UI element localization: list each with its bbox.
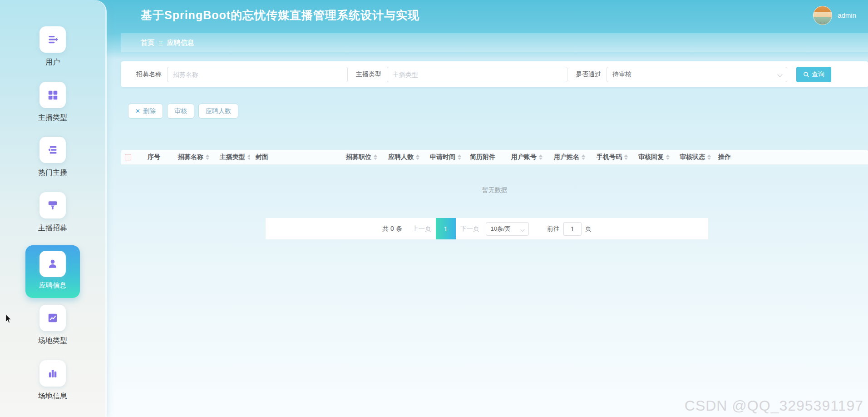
current-page-button[interactable]: 1 [436,218,456,239]
pagination: 共 0 条 上一页 1 下一页 10条/页 前往 页 [266,218,708,239]
page-unit-label: 页 [585,225,592,233]
sidebar-item-hot-anchors[interactable]: 热门主播 [0,137,105,178]
sidebar: 用户 主播类型 热门主播 主 [0,0,105,417]
column-header-resume: 简历附件 [464,150,506,164]
toolbar: ✕ 删除 审核 应聘人数 [128,104,238,119]
sort-icon[interactable] [707,154,711,160]
prev-page-button[interactable]: 上一页 [412,225,431,233]
pass-status-select[interactable]: 待审核 [607,67,787,82]
user-list-icon [39,26,66,53]
sort-icon[interactable] [666,154,670,160]
pass-status-value: 待审核 [612,70,631,79]
column-header-account: 用户账号 [506,150,548,164]
column-label: 操作 [718,153,731,161]
sort-icon[interactable] [374,154,377,160]
column-label: 序号 [148,153,160,161]
audit-button[interactable]: 审核 [167,104,194,119]
list-arrow-icon [39,137,66,163]
user-box[interactable]: admin [813,0,856,30]
column-header-audit-reply: 审核回复 [633,150,674,164]
delete-button-label: 删除 [143,107,156,115]
sidebar-item-label: 主播招募 [38,223,67,233]
pass-status-label: 是否通过 [576,70,601,79]
sidebar-item-venue-info[interactable]: 场地信息 [0,360,105,401]
sort-icon[interactable] [582,154,585,160]
delete-button[interactable]: ✕ 删除 [128,104,163,119]
sidebar-item-application-info[interactable]: 应聘信息 [25,245,80,298]
sidebar-item-users[interactable]: 用户 [0,26,105,67]
filter-card: 招募名称 主播类型 是否通过 待审核 查询 [121,61,868,87]
table-header: 序号 招募名称 主播类型 封面 招募职位 应聘人数 申请时间 简历附件 用户账号… [121,150,868,165]
column-header-user-name: 用户姓名 [548,150,591,164]
goto-page-input[interactable] [563,222,582,236]
column-header-anchor-type: 主播类型 [214,150,250,164]
breadcrumb-separator-icon: Ξ [158,39,163,47]
sidebar-item-label: 应聘信息 [39,281,66,290]
select-all-checkbox[interactable] [125,154,131,160]
column-header-applicants: 应聘人数 [383,150,424,164]
sort-icon[interactable] [458,154,461,160]
column-label: 主播类型 [220,153,245,161]
applicant-count-button-label: 应聘人数 [206,107,231,115]
sidebar-item-venue-type[interactable]: 场地类型 [0,305,105,346]
column-header-actions: 操作 [713,150,868,164]
column-label: 申请时间 [430,153,455,161]
breadcrumb: 首页 Ξ 应聘信息 [121,33,868,52]
sidebar-item-label: 用户 [45,58,60,67]
breadcrumb-home[interactable]: 首页 [141,39,154,47]
recruit-name-label: 招募名称 [136,70,162,79]
username-label: admin [838,11,856,19]
column-label: 招募职位 [346,153,371,161]
page-size-select[interactable]: 10条/页 [486,222,529,236]
applicant-count-button[interactable]: 应聘人数 [198,104,238,119]
column-header-recruit-name: 招募名称 [173,150,214,164]
chevron-down-icon [778,73,782,77]
page-title: 基于SpringBoot的忘忧传媒直播管理系统设计与实现 [141,0,419,30]
column-label: 手机号码 [597,153,622,161]
anchor-type-input[interactable] [387,67,567,82]
column-header-cover: 封面 [250,150,340,164]
chevron-down-icon [521,228,524,231]
search-button-label: 查询 [812,70,824,79]
sidebar-item-label: 场地信息 [38,392,67,401]
sort-icon[interactable] [416,154,419,160]
recruit-name-input[interactable] [167,67,348,82]
sidebar-item-label: 主播类型 [38,113,67,123]
person-icon [39,251,66,277]
mouse-cursor [5,314,13,323]
search-icon [803,71,809,78]
pagination-total: 共 0 条 [382,225,402,233]
column-label: 简历附件 [470,153,495,161]
column-label: 审核状态 [680,153,705,161]
sort-icon[interactable] [624,154,628,160]
column-label: 用户姓名 [554,153,579,161]
column-header-index: 序号 [142,150,173,164]
column-header-phone: 手机号码 [591,150,633,164]
search-button[interactable]: 查询 [796,67,831,82]
grid-icon [39,82,66,108]
empty-state-text: 暂无数据 [121,186,868,194]
trend-chart-icon [39,305,66,331]
sidebar-item-label: 热门主播 [38,168,67,178]
watermark: CSDN @QQ_3295391197 [685,397,863,414]
column-header-audit-status: 审核状态 [674,150,713,164]
column-label: 招募名称 [178,153,203,161]
goto-label: 前往 [547,225,560,233]
anchor-type-label: 主播类型 [356,70,381,79]
column-label: 用户账号 [511,153,537,161]
column-label: 审核回复 [638,153,664,161]
close-icon: ✕ [135,108,140,114]
sort-icon[interactable] [206,154,209,160]
sidebar-item-anchor-type[interactable]: 主播类型 [0,82,105,123]
column-label: 应聘人数 [388,153,414,161]
sidebar-item-anchor-recruitment[interactable]: 主播招募 [0,192,105,233]
brush-icon [39,192,66,218]
audit-button-label: 审核 [174,107,187,115]
sort-icon[interactable] [539,154,542,160]
bar-chart-icon [39,360,66,387]
avatar[interactable] [813,6,832,25]
page-size-value: 10条/页 [491,225,511,233]
column-label: 封面 [256,153,268,161]
sidebar-item-label: 场地类型 [38,336,67,346]
next-page-button[interactable]: 下一页 [460,225,479,233]
